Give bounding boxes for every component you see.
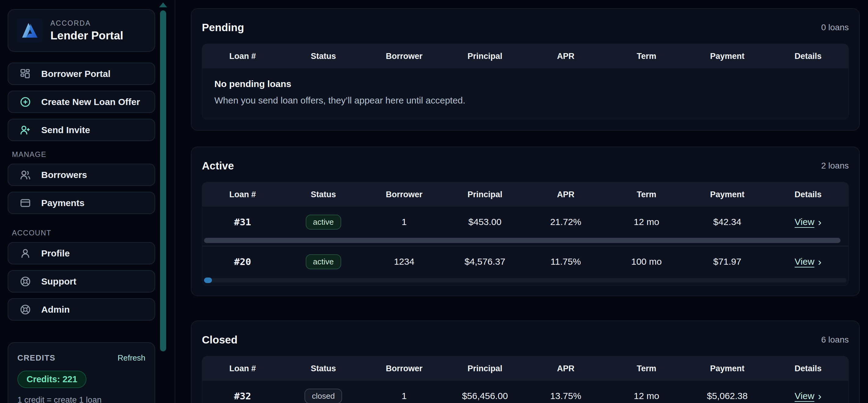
closed-title: Closed [202, 334, 238, 346]
principal-cell: $453.00 [445, 217, 526, 227]
closed-section: Closed 6 loans Loan # Status Borrower Pr… [191, 320, 860, 403]
table-row: #32 closed 1 $56,456.00 13.75% 12 mo $5,… [202, 381, 848, 403]
status-badge: active [306, 215, 341, 229]
credits-heading: CREDITS [18, 353, 56, 363]
col-principal: Principal [445, 52, 526, 61]
term-cell: 12 mo [606, 217, 687, 227]
sidebar-item-label: Payments [41, 198, 85, 208]
chevron-right-icon: › [818, 391, 821, 401]
col-term: Term [606, 364, 687, 373]
col-borrower: Borrower [364, 364, 445, 373]
users-icon [19, 169, 31, 181]
sidebar-item-send-invite[interactable]: Send Invite [8, 119, 155, 141]
col-details: Details [768, 52, 849, 61]
col-apr: APR [525, 52, 606, 61]
sidebar-scrollbar-thumb[interactable] [160, 10, 166, 351]
pending-empty-state: No pending loans When you send loan offe… [202, 68, 848, 119]
sidebar-item-borrower-portal[interactable]: Borrower Portal [8, 63, 155, 85]
sidebar-item-label: Admin [41, 304, 70, 315]
view-details-link[interactable]: View › [795, 256, 822, 267]
payment-cell: $42.34 [687, 217, 768, 227]
table-header-row: Loan # Status Borrower Principal APR Ter… [202, 356, 848, 381]
accorda-logo-glyph [20, 21, 39, 40]
app-root: ACCORDA Lender Portal Borrower Portal [0, 0, 868, 403]
loan-number: #31 [202, 216, 283, 227]
col-loan: Loan # [202, 190, 283, 199]
sidebar: ACCORDA Lender Portal Borrower Portal [8, 0, 155, 403]
brand-card[interactable]: ACCORDA Lender Portal [8, 9, 155, 52]
sidebar-item-profile[interactable]: Profile [8, 242, 155, 265]
sidebar-item-label: Profile [41, 248, 70, 258]
principal-cell: $4,576.37 [445, 256, 526, 267]
active-count: 2 loans [821, 161, 849, 170]
col-payment: Payment [687, 364, 768, 373]
sidebar-item-label: Support [41, 276, 76, 287]
col-status: Status [283, 52, 364, 61]
sidebar-item-label: Send Invite [41, 125, 90, 135]
col-borrower: Borrower [364, 52, 445, 61]
sidebar-heading-account: ACCOUNT [8, 229, 155, 237]
sidebar-item-create-loan-offer[interactable]: Create New Loan Offer [8, 91, 155, 113]
col-payment: Payment [687, 190, 768, 199]
col-status: Status [283, 190, 364, 199]
credits-badge: Credits: 221 [18, 371, 87, 388]
status-badge: closed [305, 389, 342, 403]
sidebar-item-borrowers[interactable]: Borrowers [8, 164, 155, 186]
apr-cell: 13.75% [525, 391, 606, 401]
col-apr: APR [525, 190, 606, 199]
col-term: Term [606, 52, 687, 61]
closed-count: 6 loans [821, 335, 849, 345]
row-horizontal-scrollbar [202, 237, 848, 246]
user-plus-icon [19, 124, 31, 136]
table-row: #20 active 1234 $4,576.37 11.75% 100 mo … [202, 246, 848, 285]
accorda-logo-icon [17, 18, 42, 43]
chevron-right-icon: › [818, 217, 821, 227]
view-details-link[interactable]: View › [795, 391, 822, 401]
apr-cell: 21.72% [525, 217, 606, 227]
scroll-up-arrow-icon[interactable] [159, 2, 167, 7]
borrower-cell: 1 [364, 391, 445, 401]
view-label: View [795, 217, 814, 227]
term-cell: 100 mo [606, 256, 687, 267]
horizontal-scrollbar-thumb[interactable] [204, 278, 212, 283]
view-details-link[interactable]: View › [795, 217, 822, 227]
table-header-row: Loan # Status Borrower Principal APR Ter… [202, 44, 848, 68]
col-details: Details [768, 364, 849, 373]
credits-card: CREDITS Refresh Credits: 221 1 credit = … [8, 342, 155, 403]
active-table: Loan # Status Borrower Principal APR Ter… [202, 182, 849, 286]
col-details: Details [768, 190, 849, 199]
life-buoy-icon [19, 275, 31, 288]
sidebar-item-support[interactable]: Support [8, 270, 155, 292]
sidebar-item-label: Borrower Portal [41, 69, 111, 79]
view-label: View [795, 391, 814, 401]
principal-cell: $56,456.00 [445, 391, 526, 401]
credit-card-icon [19, 197, 31, 209]
col-principal: Principal [445, 190, 526, 199]
term-cell: 12 mo [606, 391, 687, 401]
col-status: Status [283, 364, 364, 373]
active-section: Active 2 loans Loan # Status Borrower Pr… [191, 147, 860, 296]
col-borrower: Borrower [364, 190, 445, 199]
row-horizontal-scrollbar [202, 277, 848, 285]
credits-note: 1 credit = create 1 loan [18, 395, 145, 403]
credits-refresh-link[interactable]: Refresh [118, 353, 145, 363]
sidebar-item-admin[interactable]: Admin [8, 298, 155, 320]
sidebar-item-label: Borrowers [41, 170, 87, 180]
brand-title: Lender Portal [51, 29, 123, 42]
active-title: Active [202, 160, 234, 172]
col-apr: APR [525, 364, 606, 373]
pending-section: Pending 0 loans Loan # Status Borrower P… [191, 8, 860, 131]
brand-company: ACCORDA [51, 19, 123, 28]
col-principal: Principal [445, 364, 526, 373]
payment-cell: $71.97 [687, 256, 768, 267]
grid-icon [19, 68, 31, 80]
sidebar-item-payments[interactable]: Payments [8, 192, 155, 214]
horizontal-scrollbar-thumb[interactable] [204, 238, 840, 243]
user-icon [19, 247, 31, 259]
borrower-cell: 1234 [364, 256, 445, 267]
sidebar-item-label: Create New Loan Offer [41, 97, 140, 107]
sidebar-heading-manage: MANAGE [8, 150, 155, 159]
horizontal-scrollbar-track[interactable] [204, 278, 847, 282]
col-term: Term [606, 190, 687, 199]
table-row: #31 active 1 $453.00 21.72% 12 mo $42.34… [202, 207, 848, 246]
